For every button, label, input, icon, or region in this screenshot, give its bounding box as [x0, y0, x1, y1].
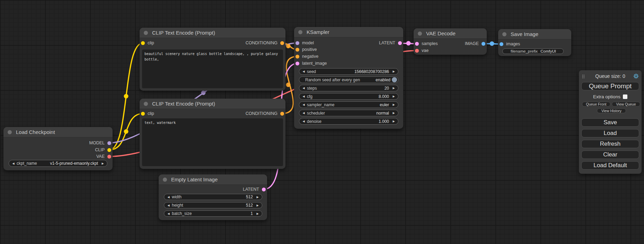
- latent-image-input-dot[interactable]: [295, 62, 299, 65]
- queue-prompt-button[interactable]: Queue Prompt: [581, 82, 639, 90]
- prompt-textarea[interactable]: beautiful scenery nature glass bottle la…: [142, 49, 283, 88]
- decrement-arrow-icon[interactable]: ◀: [302, 93, 306, 99]
- node-vae-decode[interactable]: VAE Decode samples vae IMAGE: [414, 28, 487, 55]
- decrement-arrow-icon[interactable]: ◀: [302, 69, 306, 74]
- node-save-image[interactable]: Save Image images filename_prefix ComfyU…: [498, 29, 571, 56]
- increment-arrow-icon[interactable]: ▶: [256, 202, 259, 208]
- model-output-dot[interactable]: [107, 141, 111, 145]
- output-slot-model: MODEL: [3, 140, 113, 146]
- refresh-button[interactable]: Refresh: [581, 140, 639, 148]
- ckpt-name-widget[interactable]: ◀ ckpt_name v1-5-pruned-emaonly.ckpt ▶: [9, 160, 107, 167]
- conditioning-output-dot[interactable]: [280, 112, 284, 116]
- load-button[interactable]: Load: [581, 129, 639, 137]
- view-history-button[interactable]: View History: [597, 108, 626, 113]
- decrement-arrow-icon[interactable]: ◀: [167, 194, 170, 200]
- cfg-widget[interactable]: ◀ cfg 8.000 ▶: [299, 93, 398, 100]
- increment-arrow-icon[interactable]: ▶: [256, 211, 259, 217]
- collapse-dot-icon[interactable]: [8, 130, 12, 134]
- node-title-bar[interactable]: Save Image: [498, 29, 571, 39]
- batch-size-widget[interactable]: ◀ batch_size 1 ▶: [164, 210, 262, 217]
- load-default-button[interactable]: Load Default: [581, 161, 639, 170]
- output-slot-conditioning: CONDITIONING: [140, 40, 285, 46]
- prompt-textarea[interactable]: text, watermark: [142, 118, 283, 166]
- increment-arrow-icon[interactable]: ▶: [256, 194, 259, 200]
- node-title-bar[interactable]: Load Checkpoint: [3, 127, 113, 137]
- image-output-dot[interactable]: [482, 42, 485, 46]
- vae-output-dot[interactable]: [107, 155, 111, 159]
- scheduler-widget[interactable]: ◀ scheduler normal ▶: [299, 110, 398, 116]
- input-slot-latent-image: latent_image: [294, 60, 403, 66]
- decrement-arrow-icon[interactable]: ◀: [302, 85, 306, 91]
- node-clip-text-encode-positive[interactable]: CLIP Text Encode (Prompt) clip CONDITION…: [140, 28, 285, 91]
- increment-arrow-icon[interactable]: ▶: [101, 161, 105, 166]
- latent-output-dot[interactable]: [262, 188, 266, 191]
- node-title-bar[interactable]: CLIP Text Encode (Prompt): [140, 28, 285, 38]
- decrement-arrow-icon[interactable]: ◀: [302, 102, 306, 108]
- increment-arrow-icon[interactable]: ▶: [392, 102, 396, 108]
- increment-arrow-icon[interactable]: ▶: [392, 85, 396, 91]
- node-title-bar[interactable]: CLIP Text Encode (Prompt): [140, 99, 285, 109]
- toggle-icon[interactable]: [392, 77, 397, 82]
- decrement-arrow-icon[interactable]: ◀: [167, 211, 170, 217]
- node-empty-latent-image[interactable]: Empty Latent Image LATENT ◀ width 512 ▶ …: [159, 174, 267, 220]
- increment-arrow-icon[interactable]: ▶: [392, 93, 396, 99]
- node-clip-text-encode-negative[interactable]: CLIP Text Encode (Prompt) clip CONDITION…: [140, 99, 285, 169]
- collapse-dot-icon[interactable]: [163, 178, 167, 182]
- height-widget[interactable]: ◀ height 512 ▶: [164, 202, 262, 208]
- link-midpoint-dot: [286, 44, 291, 48]
- node-load-checkpoint[interactable]: Load Checkpoint MODEL CLIP VAE ◀ ckpt_na…: [3, 127, 113, 170]
- queue-front-button[interactable]: Queue Front: [582, 102, 610, 107]
- images-input-dot[interactable]: [500, 42, 503, 46]
- positive-input-dot[interactable]: [295, 48, 299, 52]
- vae-input-dot[interactable]: [415, 49, 419, 53]
- decrement-arrow-icon[interactable]: ◀: [302, 110, 306, 116]
- random-seed-widget[interactable]: Random seed after every gen enabled: [299, 76, 398, 83]
- input-slot-images: images: [498, 41, 571, 47]
- node-title: VAE Decode: [426, 30, 456, 36]
- collapse-dot-icon[interactable]: [418, 31, 422, 36]
- node-title: Empty Latent Image: [171, 177, 218, 182]
- denoise-widget[interactable]: ◀ denoise 1.000 ▶: [299, 118, 398, 125]
- save-button[interactable]: Save: [581, 118, 639, 127]
- width-widget[interactable]: ◀ width 512 ▶: [164, 194, 262, 200]
- node-title: CLIP Text Encode (Prompt): [152, 101, 215, 107]
- increment-arrow-icon[interactable]: ▶: [392, 110, 396, 116]
- seed-widget[interactable]: ◀ seed 156680208700286 ▶: [299, 68, 398, 75]
- increment-arrow-icon[interactable]: ▶: [392, 69, 396, 74]
- output-slot-conditioning: CONDITIONING: [140, 110, 285, 117]
- node-title-bar[interactable]: Empty Latent Image: [159, 174, 267, 185]
- decrement-arrow-icon[interactable]: ◀: [167, 202, 170, 208]
- input-slot-negative: negative: [294, 53, 403, 60]
- node-title-bar[interactable]: KSampler: [294, 27, 403, 37]
- increment-arrow-icon[interactable]: ▶: [392, 118, 396, 124]
- decrement-arrow-icon[interactable]: ◀: [302, 118, 306, 124]
- link-midpoint-dot: [124, 94, 129, 99]
- link-midpoint-dot: [406, 41, 411, 46]
- gear-icon[interactable]: [633, 73, 639, 79]
- output-slot-latent: LATENT: [294, 40, 403, 46]
- collapse-dot-icon[interactable]: [502, 32, 506, 36]
- collapse-dot-icon[interactable]: [298, 30, 302, 34]
- sampler-name-widget[interactable]: ◀ sampler_name euler ▶: [299, 101, 398, 108]
- collapse-dot-icon[interactable]: [144, 102, 148, 106]
- queue-size-label: Queue size: 0: [579, 73, 642, 79]
- output-slot-image: IMAGE: [414, 40, 487, 47]
- view-queue-button[interactable]: View Queue: [612, 102, 640, 107]
- negative-input-dot[interactable]: [295, 55, 299, 58]
- conditioning-output-dot[interactable]: [280, 41, 284, 45]
- filename-prefix-widget[interactable]: filename_prefix ComfyUI: [502, 48, 564, 54]
- extra-options-checkbox[interactable]: [623, 94, 627, 99]
- output-slot-clip: CLIP: [3, 147, 113, 153]
- latent-output-dot[interactable]: [398, 41, 402, 45]
- node-title: CLIP Text Encode (Prompt): [152, 30, 215, 36]
- queue-menu-panel: Queue size: 0 Queue Prompt Extra options…: [579, 70, 642, 174]
- clip-output-dot[interactable]: [107, 148, 111, 152]
- graph-canvas[interactable]: Load Checkpoint MODEL CLIP VAE ◀ ckpt_na…: [0, 0, 644, 244]
- clear-button[interactable]: Clear: [581, 151, 639, 159]
- node-ksampler[interactable]: KSampler model positive negative latent_…: [294, 27, 403, 129]
- node-title-bar[interactable]: VAE Decode: [414, 28, 487, 39]
- steps-widget[interactable]: ◀ steps 20 ▶: [299, 85, 398, 91]
- link-midpoint-dot: [490, 42, 494, 46]
- collapse-dot-icon[interactable]: [144, 31, 148, 35]
- decrement-arrow-icon[interactable]: ◀: [11, 161, 15, 166]
